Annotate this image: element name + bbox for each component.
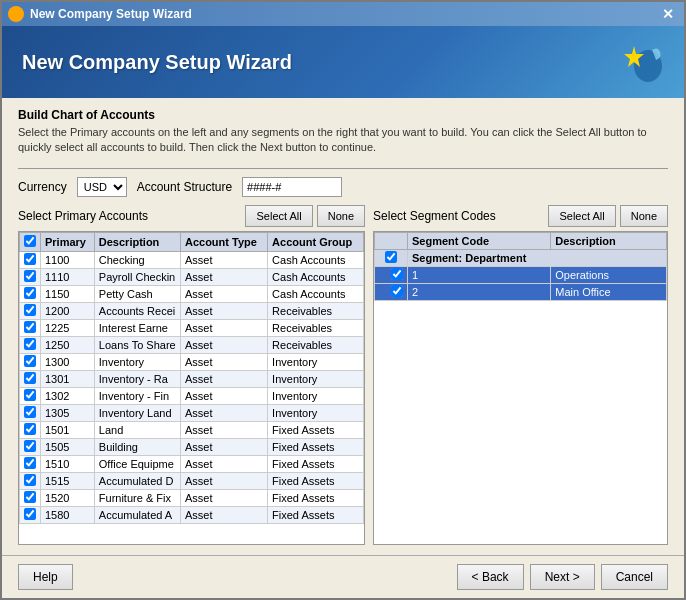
segment-panel-label: Select Segment Codes	[373, 209, 496, 223]
primary-table-body: 1100 Checking Asset Cash Accounts 1110 P…	[20, 251, 364, 523]
table-row[interactable]: 1505 Building Asset Fixed Assets	[20, 438, 364, 455]
table-row[interactable]: 1250 Loans To Share Asset Receivables	[20, 336, 364, 353]
row-checkbox[interactable]	[24, 270, 36, 282]
row-checkbox-cell	[20, 387, 41, 404]
row-checkbox[interactable]	[24, 474, 36, 486]
table-row[interactable]: 1301 Inventory - Ra Asset Inventory	[20, 370, 364, 387]
seg-item-checkbox[interactable]	[391, 285, 403, 297]
cancel-button[interactable]: Cancel	[601, 564, 668, 590]
seg-group-checkbox-cell	[375, 249, 408, 266]
row-type: Asset	[180, 353, 267, 370]
row-primary: 1580	[41, 506, 95, 523]
table-row[interactable]: 1510 Office Equipme Asset Fixed Assets	[20, 455, 364, 472]
th-check	[20, 232, 41, 251]
list-item[interactable]: 1 Operations	[375, 266, 667, 283]
table-row[interactable]: 1225 Interest Earne Asset Receivables	[20, 319, 364, 336]
primary-none-button[interactable]: None	[317, 205, 365, 227]
row-checkbox[interactable]	[24, 389, 36, 401]
row-checkbox[interactable]	[24, 508, 36, 520]
row-group: Inventory	[268, 387, 364, 404]
table-row[interactable]: 1501 Land Asset Fixed Assets	[20, 421, 364, 438]
row-description: Petty Cash	[94, 285, 180, 302]
row-description: Inventory - Ra	[94, 370, 180, 387]
row-checkbox[interactable]	[24, 440, 36, 452]
row-group: Cash Accounts	[268, 285, 364, 302]
row-type: Asset	[180, 455, 267, 472]
row-checkbox[interactable]	[24, 304, 36, 316]
account-structure-input[interactable]	[242, 177, 342, 197]
table-row[interactable]: 1520 Furniture & Fix Asset Fixed Assets	[20, 489, 364, 506]
section-desc: Select the Primary accounts on the left …	[18, 125, 668, 156]
currency-select[interactable]: USD	[77, 177, 127, 197]
seg-item-description: Operations	[551, 266, 667, 283]
currency-row: Currency USD Account Structure	[18, 177, 668, 197]
row-type: Asset	[180, 421, 267, 438]
table-row[interactable]: 1300 Inventory Asset Inventory	[20, 353, 364, 370]
row-checkbox[interactable]	[24, 287, 36, 299]
row-type: Asset	[180, 438, 267, 455]
table-row[interactable]: 1305 Inventory Land Asset Inventory	[20, 404, 364, 421]
primary-select-all-button[interactable]: Select All	[245, 205, 312, 227]
row-checkbox[interactable]	[24, 406, 36, 418]
row-description: Accounts Recei	[94, 302, 180, 319]
row-checkbox[interactable]	[24, 321, 36, 333]
table-row[interactable]: 1515 Accumulated D Asset Fixed Assets	[20, 472, 364, 489]
row-checkbox[interactable]	[24, 253, 36, 265]
footer-right: < Back Next > Cancel	[457, 564, 668, 590]
segment-select-all-button[interactable]: Select All	[548, 205, 615, 227]
tables-row: Select Primary Accounts Select All None …	[18, 205, 668, 545]
select-all-checkbox[interactable]	[24, 235, 36, 247]
row-primary: 1305	[41, 404, 95, 421]
primary-table-scroll[interactable]: Primary Description Account Type Account…	[19, 232, 364, 544]
row-type: Asset	[180, 506, 267, 523]
table-row[interactable]: 1302 Inventory - Fin Asset Inventory	[20, 387, 364, 404]
row-type: Asset	[180, 302, 267, 319]
seg-group-checkbox[interactable]	[385, 251, 397, 263]
segment-table-scroll[interactable]: Segment Code Description Segment: Depart…	[374, 232, 667, 544]
row-group: Cash Accounts	[268, 268, 364, 285]
row-type: Asset	[180, 319, 267, 336]
row-checkbox[interactable]	[24, 355, 36, 367]
row-checkbox[interactable]	[24, 457, 36, 469]
primary-table-header-row: Primary Description Account Type Account…	[20, 232, 364, 251]
row-group: Inventory	[268, 370, 364, 387]
th-account-group: Account Group	[268, 232, 364, 251]
row-group: Fixed Assets	[268, 455, 364, 472]
back-button[interactable]: < Back	[457, 564, 524, 590]
segment-codes-table: Segment Code Description Segment: Depart…	[374, 232, 667, 301]
content-area: Build Chart of Accounts Select the Prima…	[2, 98, 684, 555]
row-checkbox[interactable]	[24, 423, 36, 435]
primary-btn-group: Select All None	[245, 205, 365, 227]
table-row[interactable]: 1200 Accounts Recei Asset Receivables	[20, 302, 364, 319]
table-row[interactable]: 1150 Petty Cash Asset Cash Accounts	[20, 285, 364, 302]
row-checkbox-cell	[20, 489, 41, 506]
seg-item-checkbox[interactable]	[391, 268, 403, 280]
seg-item-checkbox-cell	[375, 266, 408, 283]
row-checkbox-cell	[20, 370, 41, 387]
segment-group-row[interactable]: Segment: Department	[375, 249, 667, 266]
row-checkbox-cell	[20, 336, 41, 353]
table-row[interactable]: 1110 Payroll Checkin Asset Cash Accounts	[20, 268, 364, 285]
row-primary: 1100	[41, 251, 95, 268]
row-group: Receivables	[268, 319, 364, 336]
row-checkbox[interactable]	[24, 338, 36, 350]
close-button[interactable]: ✕	[658, 6, 678, 22]
help-button[interactable]: Help	[18, 564, 73, 590]
row-checkbox[interactable]	[24, 491, 36, 503]
row-primary: 1250	[41, 336, 95, 353]
row-description: Inventory	[94, 353, 180, 370]
next-button[interactable]: Next >	[530, 564, 595, 590]
main-window: New Company Setup Wizard ✕ New Company S…	[0, 0, 686, 600]
list-item[interactable]: 2 Main Office	[375, 283, 667, 300]
divider	[18, 168, 668, 169]
row-checkbox-cell	[20, 421, 41, 438]
segment-none-button[interactable]: None	[620, 205, 668, 227]
table-row[interactable]: 1100 Checking Asset Cash Accounts	[20, 251, 364, 268]
table-row[interactable]: 1580 Accumulated A Asset Fixed Assets	[20, 506, 364, 523]
row-description: Building	[94, 438, 180, 455]
row-description: Interest Earne	[94, 319, 180, 336]
row-checkbox[interactable]	[24, 372, 36, 384]
row-checkbox-cell	[20, 438, 41, 455]
currency-label: Currency	[18, 180, 67, 194]
th-segment-code: Segment Code	[408, 232, 551, 249]
